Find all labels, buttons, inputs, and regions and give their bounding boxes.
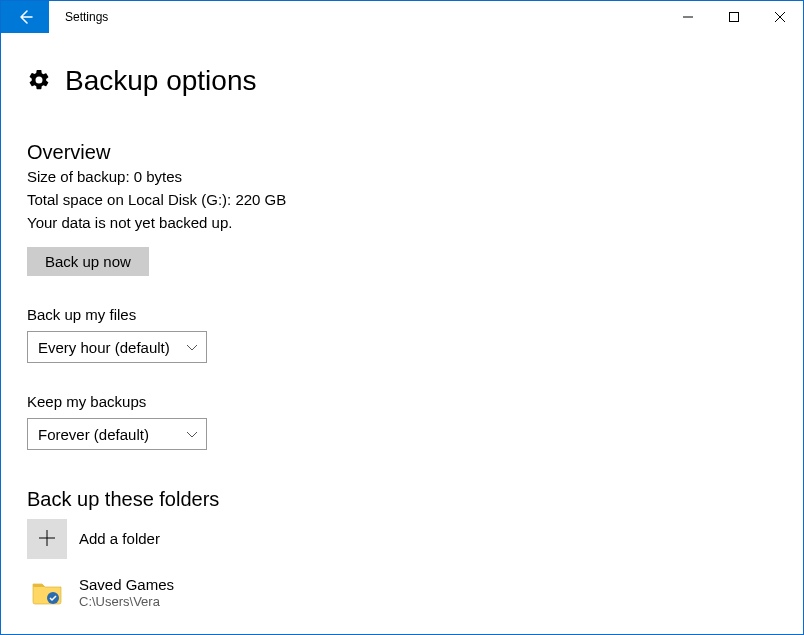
retention-group: Keep my backups Forever (default) xyxy=(27,393,777,450)
folder-icon-wrap xyxy=(27,573,67,613)
minimize-button[interactable] xyxy=(665,1,711,33)
page-title: Backup options xyxy=(65,65,256,97)
folders-section: Back up these folders Add a folder xyxy=(27,488,777,613)
backup-size-line: Size of backup: 0 bytes xyxy=(27,168,777,185)
folder-item-info: Saved Games C:\Users\Vera xyxy=(79,576,174,611)
retention-label: Keep my backups xyxy=(27,393,777,410)
back-button[interactable] xyxy=(1,1,49,33)
close-button[interactable] xyxy=(757,1,803,33)
maximize-icon xyxy=(729,12,739,22)
backup-now-button[interactable]: Back up now xyxy=(27,247,149,276)
retention-selected: Forever (default) xyxy=(38,426,149,443)
page-header: Backup options xyxy=(27,65,777,97)
add-folder-row[interactable]: Add a folder xyxy=(27,519,777,559)
overview-heading: Overview xyxy=(27,141,777,164)
folder-item-row[interactable]: Saved Games C:\Users\Vera xyxy=(27,573,777,613)
window-controls xyxy=(665,1,803,33)
close-icon xyxy=(775,12,785,22)
frequency-group: Back up my files Every hour (default) xyxy=(27,306,777,363)
backup-status-line: Your data is not yet backed up. xyxy=(27,214,777,231)
chevron-down-icon xyxy=(186,339,198,356)
chevron-down-icon xyxy=(186,426,198,443)
folders-heading: Back up these folders xyxy=(27,488,777,511)
folder-icon xyxy=(31,578,63,609)
window-title: Settings xyxy=(49,1,665,33)
svg-rect-1 xyxy=(730,13,739,22)
total-space-line: Total space on Local Disk (G:): 220 GB xyxy=(27,191,777,208)
frequency-selected: Every hour (default) xyxy=(38,339,170,356)
plus-icon xyxy=(38,529,56,550)
folder-item-path: C:\Users\Vera xyxy=(79,594,174,610)
add-folder-info: Add a folder xyxy=(79,530,160,549)
frequency-dropdown[interactable]: Every hour (default) xyxy=(27,331,207,363)
add-folder-label: Add a folder xyxy=(79,530,160,549)
settings-window: Settings xyxy=(0,0,804,635)
folder-item-name: Saved Games xyxy=(79,576,174,595)
maximize-button[interactable] xyxy=(711,1,757,33)
content-area: Backup options Overview Size of backup: … xyxy=(1,33,803,613)
titlebar: Settings xyxy=(1,1,803,33)
add-folder-square[interactable] xyxy=(27,519,67,559)
minimize-icon xyxy=(683,12,693,22)
gear-icon xyxy=(27,68,51,95)
retention-dropdown[interactable]: Forever (default) xyxy=(27,418,207,450)
frequency-label: Back up my files xyxy=(27,306,777,323)
back-arrow-icon xyxy=(16,8,34,26)
